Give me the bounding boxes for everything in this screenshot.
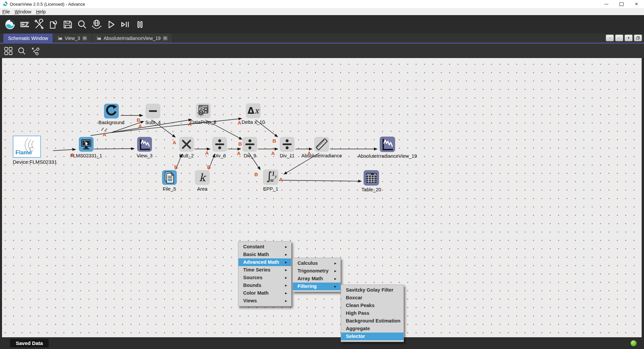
menu-item-clean-peaks[interactable]: Clean Peaks bbox=[341, 302, 404, 309]
oceanview-logo-icon[interactable] bbox=[4, 19, 16, 30]
menu-help[interactable]: Help bbox=[34, 9, 48, 14]
node-label-area: Area bbox=[197, 186, 208, 192]
menu-item-views[interactable]: ►Views bbox=[238, 297, 291, 305]
tools-icon[interactable] bbox=[33, 19, 45, 30]
tab-schematic-window[interactable]: Schematic Window bbox=[3, 34, 53, 43]
node-table20[interactable] bbox=[364, 170, 379, 186]
menu-item-constant[interactable]: ►Constant bbox=[238, 243, 291, 251]
port-label-b: B bbox=[207, 164, 211, 170]
node-dataprop8[interactable] bbox=[196, 103, 211, 118]
menubar: FileWindowHelp bbox=[0, 8, 644, 15]
play-icon[interactable] bbox=[105, 19, 117, 30]
port-label-a: A bbox=[271, 150, 275, 156]
submenu-arrow-icon: ► bbox=[334, 267, 337, 275]
context-menu-level3: Savitzky Golay FilterBoxcarClean PeaksHi… bbox=[341, 285, 404, 342]
menu-item-background-estimation[interactable]: Background Estimation bbox=[341, 317, 404, 325]
menu-item-basic-math[interactable]: ►Basic Math bbox=[238, 251, 291, 258]
menu-item-time-series[interactable]: ►Time Series bbox=[238, 266, 291, 274]
tab-absoluteirradianceview-19[interactable]: AbsoluteIrradianceView_19✕ bbox=[92, 34, 172, 43]
menu-item-aggregate[interactable]: Aggregate bbox=[341, 325, 404, 333]
submenu-arrow-icon: ► bbox=[284, 258, 288, 266]
submenu-arrow-icon: ► bbox=[284, 282, 288, 289]
scroll-tabs-right-button[interactable]: ► bbox=[615, 35, 623, 41]
menu-item-filtering[interactable]: ►Filtering bbox=[293, 283, 340, 290]
port-label-a: A bbox=[308, 150, 311, 156]
tab-nav-buttons: ◄►▼ bbox=[604, 35, 642, 41]
port-label-a: A bbox=[238, 120, 241, 126]
titlebar: OceanView 2.0.5 (Licensed) - Advance — ✕ bbox=[0, 0, 644, 8]
node-device[interactable]: Flame bbox=[13, 136, 41, 158]
node-deltax10[interactable]: Δx bbox=[246, 103, 261, 118]
maximize-button[interactable] bbox=[614, 0, 629, 8]
device-name: Flame bbox=[15, 149, 32, 156]
zoom-icon[interactable] bbox=[17, 46, 27, 56]
submenu-arrow-icon: ► bbox=[334, 275, 337, 283]
port-label-a: A bbox=[71, 152, 74, 158]
node-div6[interactable] bbox=[212, 137, 227, 152]
node-label-device: Device:FLMS02331 bbox=[13, 159, 57, 165]
node-file5[interactable] bbox=[162, 170, 177, 185]
port-label-a: A bbox=[188, 121, 192, 127]
node-flms1[interactable] bbox=[79, 137, 94, 152]
scroll-tabs-left-button[interactable]: ◄ bbox=[606, 35, 614, 41]
node-area[interactable]: k bbox=[195, 170, 210, 185]
node-div11[interactable] bbox=[280, 137, 294, 152]
schematic-canvas[interactable]: FlameDevice:FLMS02331BackgroundSubt_4Dat… bbox=[0, 58, 644, 337]
world-icon[interactable] bbox=[91, 19, 102, 30]
tab-bar: Schematic WindowView_3✕AbsoluteIrradianc… bbox=[0, 34, 644, 44]
pause-icon[interactable] bbox=[134, 19, 146, 30]
node-div9[interactable] bbox=[243, 137, 257, 152]
submenu-arrow-icon: ► bbox=[284, 251, 288, 258]
node-label-table20: Table_20 bbox=[362, 187, 381, 192]
tab-list-dropdown-button[interactable]: ▼ bbox=[625, 35, 633, 41]
node-label-deltax10: Delta x_10 bbox=[241, 119, 265, 125]
search-icon[interactable] bbox=[76, 19, 88, 30]
node-connections-icon[interactable] bbox=[30, 46, 40, 56]
menu-item-trigonometry[interactable]: ►Trigonometry bbox=[293, 267, 340, 275]
menu-item-color-math[interactable]: ►Color Math bbox=[238, 289, 291, 297]
ez-mode-icon[interactable]: EZ bbox=[19, 19, 30, 30]
play-pause-icon[interactable] bbox=[120, 19, 131, 30]
node-mult2[interactable] bbox=[179, 137, 194, 152]
submenu-arrow-icon: ► bbox=[284, 297, 288, 305]
node-subt4[interactable] bbox=[146, 104, 160, 118]
node-label-div11: Div_11 bbox=[280, 153, 294, 158]
node-absirr[interactable] bbox=[314, 137, 329, 152]
export-file-icon[interactable] bbox=[48, 19, 59, 30]
status-indicator-icon bbox=[631, 340, 637, 346]
tab-view-3[interactable]: View_3✕ bbox=[53, 34, 92, 43]
app-logo-icon bbox=[2, 1, 8, 7]
chart-tab-icon bbox=[97, 36, 102, 40]
port-label-a: A bbox=[139, 123, 142, 129]
menu-window[interactable]: Window bbox=[12, 9, 34, 14]
context-menu-level1: ►Constant►Basic Math►Advanced Math►Time … bbox=[238, 241, 291, 306]
menu-item-array-math[interactable]: ►Array Math bbox=[293, 275, 340, 283]
menu-item-high-pass[interactable]: High Pass bbox=[341, 309, 404, 317]
menu-item-sources[interactable]: ►Sources bbox=[238, 274, 291, 282]
node-label-subt4: Subt_4 bbox=[145, 120, 161, 125]
window-title: OceanView 2.0.5 (Licensed) - Advance bbox=[10, 2, 85, 7]
port-label-b: B bbox=[273, 138, 276, 144]
tab-close-icon[interactable]: ✕ bbox=[163, 36, 167, 40]
tab-close-icon[interactable]: ✕ bbox=[83, 36, 87, 40]
menu-item-boxcar[interactable]: Boxcar bbox=[341, 294, 404, 302]
menu-item-calculus[interactable]: ►Calculus bbox=[293, 259, 340, 267]
port-label-a: A bbox=[173, 140, 176, 145]
restore-view-button[interactable] bbox=[634, 35, 642, 41]
tile-windows-icon[interactable] bbox=[3, 46, 13, 56]
save-icon[interactable] bbox=[62, 19, 73, 30]
node-epp1[interactable]: ∫Jyw bbox=[263, 169, 278, 185]
node-background[interactable] bbox=[104, 104, 119, 118]
menu-item-selector[interactable]: Selector bbox=[341, 333, 404, 340]
minimize-button[interactable]: — bbox=[599, 0, 614, 8]
close-button[interactable]: ✕ bbox=[629, 0, 644, 8]
node-label-div9: Div_9 bbox=[244, 153, 256, 158]
menu-item-advanced-math[interactable]: ►Advanced Math bbox=[238, 258, 291, 266]
connection-edges bbox=[0, 58, 644, 337]
node-view3[interactable] bbox=[137, 137, 152, 152]
menu-item-savitzky-golay-filter[interactable]: Savitzky Golay Filter bbox=[341, 286, 404, 294]
node-absview19[interactable] bbox=[380, 137, 395, 152]
menu-file[interactable]: File bbox=[0, 9, 12, 14]
submenu-arrow-icon: ► bbox=[334, 283, 337, 290]
menu-item-bounds[interactable]: ►Bounds bbox=[238, 282, 291, 289]
